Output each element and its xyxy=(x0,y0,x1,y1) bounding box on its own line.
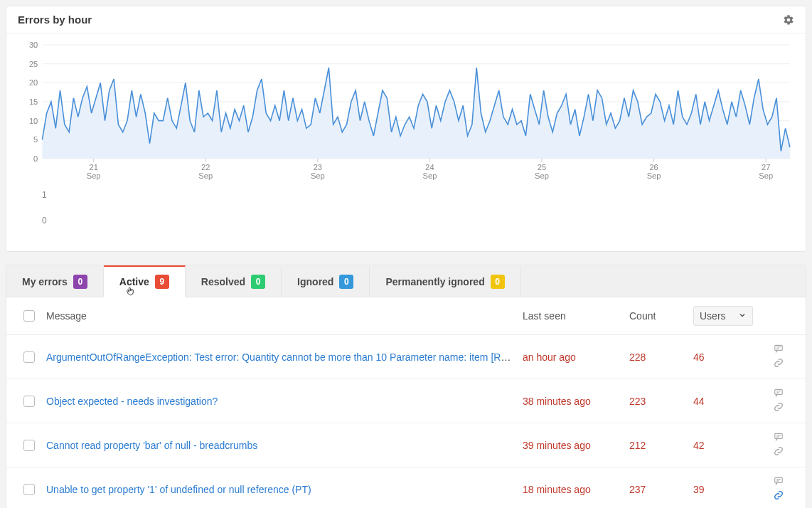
table-row: Object expected - needs investigation? 3… xyxy=(6,379,806,423)
svg-rect-38 xyxy=(775,389,783,394)
row-last-seen: 39 minutes ago xyxy=(523,440,629,451)
table-row: Unable to get property '1' of undefined … xyxy=(6,467,806,508)
svg-text:23: 23 xyxy=(314,163,322,171)
secondary-tick: 1 xyxy=(42,190,794,200)
row-last-seen: 38 minutes ago xyxy=(523,396,629,407)
svg-text:25: 25 xyxy=(538,163,546,171)
svg-rect-41 xyxy=(775,433,783,438)
select-all-checkbox[interactable] xyxy=(23,310,35,322)
table-row: ArgumentOutOfRangeException: Test error:… xyxy=(6,335,806,379)
row-count: 223 xyxy=(629,396,693,407)
tab-my-errors[interactable]: My errors0 xyxy=(6,265,104,297)
svg-text:22: 22 xyxy=(201,163,210,171)
chevron-down-icon xyxy=(738,310,747,322)
tab-label: My errors xyxy=(22,276,68,287)
error-link[interactable]: Cannot read property 'bar' of null - bre… xyxy=(46,440,257,451)
svg-text:27: 27 xyxy=(762,163,770,171)
chart-panel: Errors by hour 05101520253021Sep22Sep23S… xyxy=(6,6,806,252)
comment-icon[interactable] xyxy=(774,432,784,444)
tab-active[interactable]: Active9 xyxy=(104,265,186,297)
svg-text:26: 26 xyxy=(649,163,658,171)
row-message: Unable to get property '1' of undefined … xyxy=(46,484,523,495)
errors-panel: My errors0Active9Resolved0Ignored0Perman… xyxy=(6,265,806,508)
svg-rect-44 xyxy=(775,477,783,482)
row-message: Cannot read property 'bar' of null - bre… xyxy=(46,440,523,451)
tab-label: Resolved xyxy=(201,276,245,287)
row-last-seen: 18 minutes ago xyxy=(523,484,629,495)
gear-icon[interactable] xyxy=(783,14,794,26)
table-row: Cannot read property 'bar' of null - bre… xyxy=(6,423,806,467)
col-count: Count xyxy=(629,310,693,322)
tab-label: Ignored xyxy=(297,276,333,287)
link-icon[interactable] xyxy=(774,358,784,370)
svg-text:24: 24 xyxy=(425,163,434,171)
row-message: Object expected - needs investigation? xyxy=(46,396,523,407)
error-link[interactable]: Unable to get property '1' of undefined … xyxy=(46,484,311,495)
svg-text:21: 21 xyxy=(89,163,97,171)
tab-ignored[interactable]: Ignored0 xyxy=(282,265,370,297)
svg-text:Sep: Sep xyxy=(423,171,437,180)
row-actions xyxy=(757,388,800,414)
tab-label: Permanently ignored xyxy=(385,276,484,287)
row-count: 228 xyxy=(629,351,693,363)
svg-text:20: 20 xyxy=(29,78,38,87)
comment-icon[interactable] xyxy=(774,388,784,400)
tab-perm-ignored[interactable]: Permanently ignored0 xyxy=(370,265,520,297)
tab-badge: 0 xyxy=(339,275,353,289)
tab-resolved[interactable]: Resolved0 xyxy=(186,265,282,297)
row-users: 42 xyxy=(693,440,757,451)
svg-text:30: 30 xyxy=(29,41,38,49)
tab-badge: 0 xyxy=(251,275,265,289)
chart-header: Errors by hour xyxy=(6,6,806,33)
row-checkbox[interactable] xyxy=(23,484,35,495)
row-message: ArgumentOutOfRangeException: Test error:… xyxy=(46,351,523,363)
chart-body: 05101520253021Sep22Sep23Sep24Sep25Sep26S… xyxy=(6,33,806,251)
col-last-seen: Last seen xyxy=(523,310,629,322)
svg-text:Sep: Sep xyxy=(87,171,101,180)
secondary-tick: 0 xyxy=(42,216,794,226)
row-actions xyxy=(757,476,800,502)
row-actions xyxy=(757,344,800,370)
svg-text:Sep: Sep xyxy=(535,171,549,180)
error-link[interactable]: ArgumentOutOfRangeException: Test error:… xyxy=(46,351,523,363)
row-count: 237 xyxy=(629,484,693,495)
row-checkbox[interactable] xyxy=(23,440,35,451)
col-users-sort[interactable]: Users xyxy=(693,306,753,326)
row-users: 46 xyxy=(693,351,757,363)
svg-text:5: 5 xyxy=(33,135,38,144)
col-message: Message xyxy=(46,310,523,322)
tabs-bar: My errors0Active9Resolved0Ignored0Perman… xyxy=(6,265,806,297)
row-checkbox[interactable] xyxy=(23,396,35,407)
tab-badge: 0 xyxy=(73,275,87,289)
link-icon[interactable] xyxy=(774,446,784,458)
chart-svg[interactable]: 05101520253021Sep22Sep23Sep24Sep25Sep26S… xyxy=(18,41,794,183)
error-link[interactable]: Object expected - needs investigation? xyxy=(46,396,218,407)
tab-badge: 0 xyxy=(491,275,505,289)
tab-badge: 9 xyxy=(155,275,169,289)
svg-text:25: 25 xyxy=(29,60,38,68)
errors-table: Message Last seen Count Users ArgumentOu… xyxy=(6,297,806,508)
chart-title: Errors by hour xyxy=(18,14,92,26)
row-last-seen: an hour ago xyxy=(523,351,629,363)
svg-text:10: 10 xyxy=(29,117,38,125)
row-checkbox[interactable] xyxy=(23,351,35,363)
svg-text:Sep: Sep xyxy=(759,171,773,180)
link-icon[interactable] xyxy=(774,490,784,502)
svg-text:Sep: Sep xyxy=(198,171,213,180)
comment-icon[interactable] xyxy=(774,344,784,356)
svg-text:Sep: Sep xyxy=(647,171,661,180)
svg-rect-35 xyxy=(775,345,783,350)
table-header: Message Last seen Count Users xyxy=(6,297,806,335)
link-icon[interactable] xyxy=(774,402,784,414)
row-users: 39 xyxy=(693,484,757,495)
svg-text:Sep: Sep xyxy=(311,171,325,180)
comment-icon[interactable] xyxy=(774,476,784,488)
svg-text:0: 0 xyxy=(33,154,38,163)
row-count: 212 xyxy=(629,440,693,451)
chart-secondary-axis: 1 0 xyxy=(18,190,794,226)
tab-label: Active xyxy=(119,276,149,287)
row-actions xyxy=(757,432,800,458)
row-users: 44 xyxy=(693,396,757,407)
svg-text:15: 15 xyxy=(29,97,38,106)
col-users-label: Users xyxy=(700,310,726,322)
